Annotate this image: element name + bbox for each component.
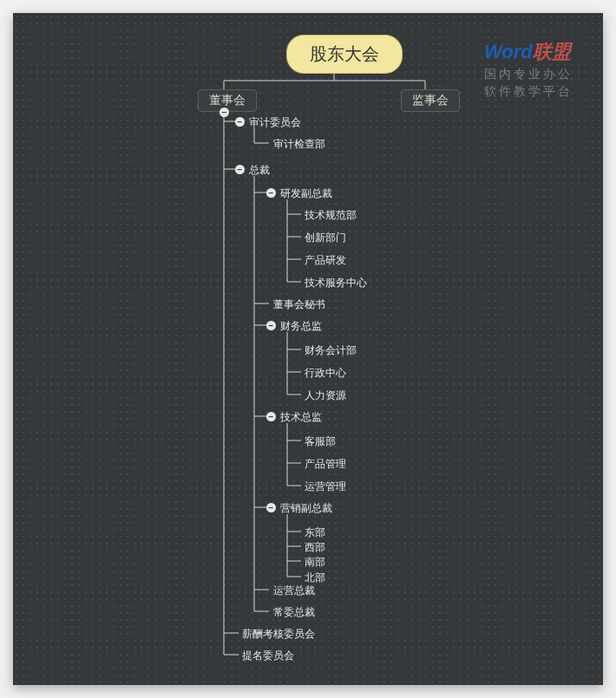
toggle-icon[interactable]: −	[266, 503, 276, 512]
toggle-icon[interactable]: −	[235, 165, 245, 174]
node-leaf[interactable]: 运营管理	[305, 479, 346, 494]
node-ops-president[interactable]: 运营总裁	[273, 584, 315, 598]
toggle-icon[interactable]: −	[235, 117, 245, 127]
watermark: Word联盟 国内专业办公 软件教学平台	[484, 39, 573, 100]
node-cfo[interactable]: 财务总监	[280, 319, 322, 334]
node-leaf[interactable]: 西部	[305, 540, 325, 555]
node-board-secretary[interactable]: 董事会秘书	[273, 297, 325, 312]
node-audit-committee[interactable]: 审计委员会	[249, 115, 301, 130]
node-standing-president[interactable]: 常委总裁	[273, 605, 315, 620]
node-root[interactable]: 股东大会	[286, 35, 403, 74]
diagram-canvas: Word联盟 国内专业办公 软件教学平台	[13, 13, 603, 685]
node-rd-vp[interactable]: 研发副总裁	[280, 186, 332, 201]
watermark-sub1: 国内专业办公	[484, 67, 573, 82]
node-leaf[interactable]: 技术服务中心	[305, 276, 367, 290]
toggle-icon[interactable]: −	[266, 321, 276, 330]
node-leaf[interactable]: 人力资源	[305, 388, 346, 403]
node-president[interactable]: 总裁	[249, 163, 270, 178]
watermark-brand-prefix: Word	[484, 41, 533, 62]
node-board-supervisors[interactable]: 监事会	[401, 89, 460, 112]
toggle-icon[interactable]: −	[220, 108, 229, 117]
node-leaf[interactable]: 财务会计部	[305, 343, 357, 358]
node-nomination-committee[interactable]: 提名委员会	[242, 649, 294, 663]
node-compensation-committee[interactable]: 薪酬考核委员会	[242, 627, 315, 642]
node-leaf[interactable]: 产品研发	[305, 253, 346, 268]
node-leaf[interactable]: 创新部门	[305, 231, 346, 245]
node-leaf[interactable]: 客服部	[305, 434, 336, 449]
toggle-icon[interactable]: −	[266, 412, 276, 421]
node-leaf[interactable]: 产品管理	[305, 457, 346, 472]
node-audit-dept[interactable]: 审计检查部	[273, 137, 325, 152]
toggle-icon[interactable]: −	[266, 188, 276, 198]
node-leaf[interactable]: 南部	[305, 555, 325, 570]
node-leaf[interactable]: 技术规范部	[305, 208, 357, 223]
watermark-brand-suffix: 联盟	[533, 41, 571, 62]
node-sales-vp[interactable]: 营销副总裁	[280, 501, 332, 516]
node-cto[interactable]: 技术总监	[280, 410, 322, 425]
watermark-sub2: 软件教学平台	[484, 84, 573, 100]
node-leaf[interactable]: 行政中心	[305, 366, 346, 381]
node-leaf[interactable]: 东部	[305, 525, 325, 540]
